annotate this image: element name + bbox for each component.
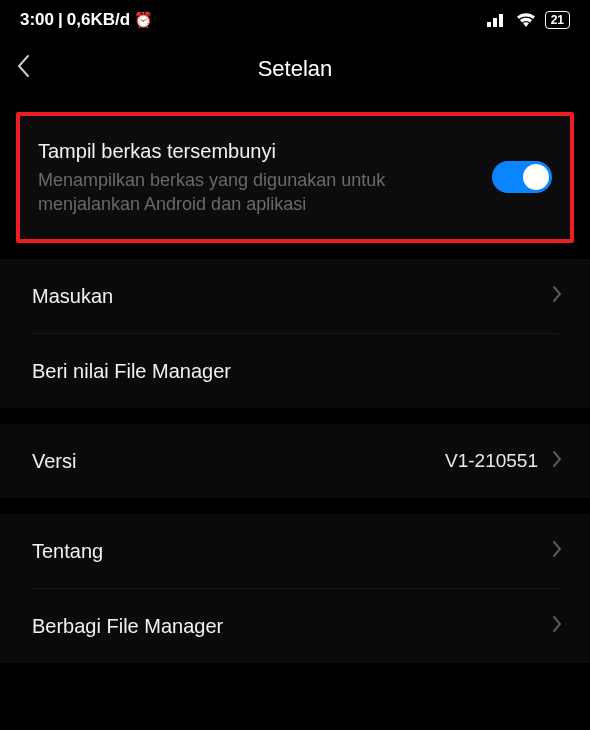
version-item[interactable]: Versi V1-210551 [0, 424, 590, 498]
status-separator: | [58, 10, 63, 30]
svg-rect-2 [499, 14, 503, 27]
status-bar: 3:00 | 0,6KB/d ⏰ 21 [0, 0, 590, 38]
svg-rect-1 [493, 18, 497, 27]
item-right [552, 283, 562, 309]
chevron-right-icon [552, 448, 562, 474]
about-item[interactable]: Tentang [0, 514, 590, 588]
rate-item[interactable]: Beri nilai File Manager [0, 334, 590, 408]
item-text: Masukan [32, 283, 552, 309]
item-text: Beri nilai File Manager [32, 358, 562, 384]
status-bar-left: 3:00 | 0,6KB/d ⏰ [20, 10, 153, 30]
battery-icon: 21 [545, 11, 570, 29]
item-right [552, 538, 562, 564]
chevron-right-icon [552, 538, 562, 564]
toggle-knob [523, 164, 549, 190]
item-title: Versi [32, 448, 429, 474]
chevron-right-icon [552, 283, 562, 309]
section-version: Versi V1-210551 [0, 424, 590, 498]
item-title: Berbagi File Manager [32, 613, 536, 639]
version-value: V1-210551 [445, 450, 538, 472]
item-text: Berbagi File Manager [32, 613, 552, 639]
svg-rect-0 [487, 22, 491, 27]
item-right [552, 613, 562, 639]
battery-level: 21 [551, 13, 564, 27]
item-subtitle: Menampilkan berkas yang digunakan untuk … [38, 168, 476, 217]
signal-icon [487, 13, 507, 27]
item-title: Beri nilai File Manager [32, 358, 546, 384]
status-bar-right: 21 [487, 11, 570, 29]
back-button[interactable] [16, 54, 30, 85]
item-text: Versi [32, 448, 445, 474]
hidden-files-toggle[interactable] [492, 161, 552, 193]
section-feedback: Masukan Beri nilai File Manager [0, 259, 590, 408]
status-time: 3:00 [20, 10, 54, 30]
feedback-item[interactable]: Masukan [0, 259, 590, 333]
alarm-icon: ⏰ [134, 11, 153, 29]
item-title: Masukan [32, 283, 536, 309]
page-title: Setelan [20, 56, 570, 82]
header: Setelan [0, 38, 590, 112]
item-text: Tentang [32, 538, 552, 564]
item-text: Tampil berkas tersembunyi Menampilkan be… [38, 138, 492, 217]
wifi-icon [515, 12, 537, 28]
chevron-right-icon [552, 613, 562, 639]
section-about: Tentang Berbagi File Manager [0, 514, 590, 663]
item-right: V1-210551 [445, 448, 562, 474]
share-item[interactable]: Berbagi File Manager [0, 589, 590, 663]
status-data-rate: 0,6KB/d [67, 10, 130, 30]
item-title: Tampil berkas tersembunyi [38, 138, 476, 164]
show-hidden-files-item[interactable]: Tampil berkas tersembunyi Menampilkan be… [20, 116, 570, 239]
highlighted-section: Tampil berkas tersembunyi Menampilkan be… [16, 112, 574, 243]
item-title: Tentang [32, 538, 536, 564]
